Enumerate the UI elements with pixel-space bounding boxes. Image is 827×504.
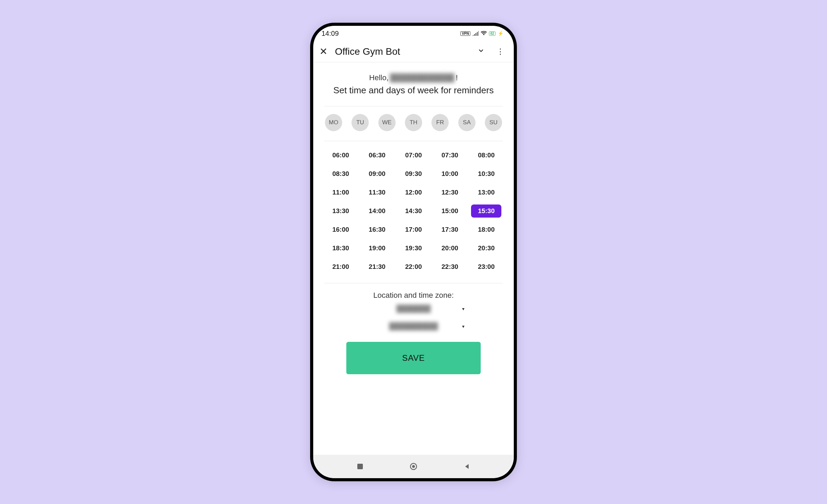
wifi-icon [481, 30, 487, 38]
time-option[interactable]: 11:00 [326, 186, 356, 199]
time-option[interactable]: 06:00 [326, 149, 356, 162]
vpn-icon: VPN [460, 31, 470, 36]
app-bar: ✕ Office Gym Bot ⋮ [313, 41, 514, 62]
greeting-name: ████████████ [390, 73, 455, 82]
day-picker: MOTUWETHFRSASU [324, 114, 503, 131]
time-option[interactable]: 21:00 [326, 260, 356, 273]
time-option[interactable]: 12:30 [435, 186, 465, 199]
time-option[interactable]: 21:30 [362, 260, 392, 273]
caret-down-icon: ▾ [462, 324, 464, 329]
time-option[interactable]: 14:00 [362, 204, 392, 218]
time-option[interactable]: 18:00 [471, 223, 501, 236]
time-option[interactable]: 07:30 [435, 149, 465, 162]
page-title: Office Gym Bot [335, 46, 400, 57]
location-value: ███████ [396, 305, 430, 313]
time-option[interactable]: 22:00 [398, 260, 429, 273]
battery-icon: 82 [489, 31, 496, 36]
time-option[interactable]: 19:30 [398, 242, 429, 255]
divider [324, 106, 503, 106]
time-option[interactable]: 08:30 [326, 167, 356, 180]
time-option[interactable]: 07:00 [398, 149, 429, 162]
divider [324, 283, 503, 283]
time-option[interactable]: 20:30 [471, 242, 501, 255]
recents-button[interactable] [356, 463, 364, 470]
time-option[interactable]: 18:30 [326, 242, 356, 255]
time-option[interactable]: 20:00 [435, 242, 465, 255]
caret-down-icon: ▾ [462, 306, 464, 312]
time-option[interactable]: 15:30 [471, 204, 501, 218]
time-option[interactable]: 15:00 [435, 204, 465, 218]
status-bar: 14:09 VPN 82 ⚡ [313, 26, 514, 41]
time-option[interactable]: 16:30 [362, 223, 392, 236]
time-option[interactable]: 10:00 [435, 167, 465, 180]
day-toggle-su[interactable]: SU [485, 114, 502, 131]
time-option[interactable]: 14:30 [398, 204, 429, 218]
back-button[interactable] [463, 463, 471, 470]
greeting-prefix: Hello, [369, 73, 388, 82]
time-option[interactable]: 09:00 [362, 167, 392, 180]
time-option[interactable]: 09:30 [398, 167, 429, 180]
signal-icon [472, 30, 479, 38]
content: Hello, ████████████ ! Set time and days … [313, 62, 514, 455]
time-option[interactable]: 12:00 [398, 186, 429, 199]
subtitle: Set time and days of week for reminders [333, 84, 493, 96]
day-toggle-mo[interactable]: MO [325, 114, 342, 131]
save-button[interactable]: SAVE [346, 342, 481, 374]
svg-point-2 [412, 465, 415, 468]
time-option[interactable]: 13:30 [326, 204, 356, 218]
day-toggle-sa[interactable]: SA [458, 114, 476, 131]
time-option[interactable]: 23:00 [471, 260, 501, 273]
time-option[interactable]: 11:30 [362, 186, 392, 199]
bluetooth-icon: ⚡ [498, 31, 503, 36]
time-option[interactable]: 16:00 [326, 223, 356, 236]
greeting: Hello, ████████████ ! [369, 73, 458, 82]
tz-label: Location and time zone: [373, 291, 454, 300]
day-toggle-tu[interactable]: TU [351, 114, 369, 131]
day-toggle-th[interactable]: TH [405, 114, 422, 131]
timezone-dropdown[interactable]: ██████████ ▾ [358, 317, 469, 335]
time-option[interactable]: 06:30 [362, 149, 392, 162]
timezone-value: ██████████ [389, 322, 438, 330]
phone-frame: 14:09 VPN 82 ⚡ ✕ Office Gym Bot ⋮ [310, 23, 517, 481]
chevron-down-icon[interactable] [475, 47, 487, 56]
time-option[interactable]: 22:30 [435, 260, 465, 273]
divider [324, 141, 503, 141]
status-icons: VPN 82 ⚡ [460, 30, 503, 38]
screen: 14:09 VPN 82 ⚡ ✕ Office Gym Bot ⋮ [313, 26, 514, 478]
time-option[interactable]: 08:00 [471, 149, 501, 162]
time-option[interactable]: 19:00 [362, 242, 392, 255]
day-toggle-we[interactable]: WE [378, 114, 396, 131]
time-option[interactable]: 17:30 [435, 223, 465, 236]
svg-rect-0 [357, 464, 363, 469]
close-icon[interactable]: ✕ [319, 47, 327, 56]
android-nav-bar [313, 455, 514, 478]
time-grid: 06:0006:3007:0007:3008:0008:3009:0009:30… [324, 149, 503, 273]
greeting-suffix: ! [456, 73, 458, 82]
time-option[interactable]: 17:00 [398, 223, 429, 236]
home-button[interactable] [409, 462, 418, 471]
status-time: 14:09 [321, 30, 339, 38]
location-dropdown[interactable]: ███████ ▾ [358, 300, 469, 317]
time-option[interactable]: 13:00 [471, 186, 501, 199]
day-toggle-fr[interactable]: FR [431, 114, 449, 131]
time-option[interactable]: 10:30 [471, 167, 501, 180]
more-icon[interactable]: ⋮ [494, 47, 506, 56]
